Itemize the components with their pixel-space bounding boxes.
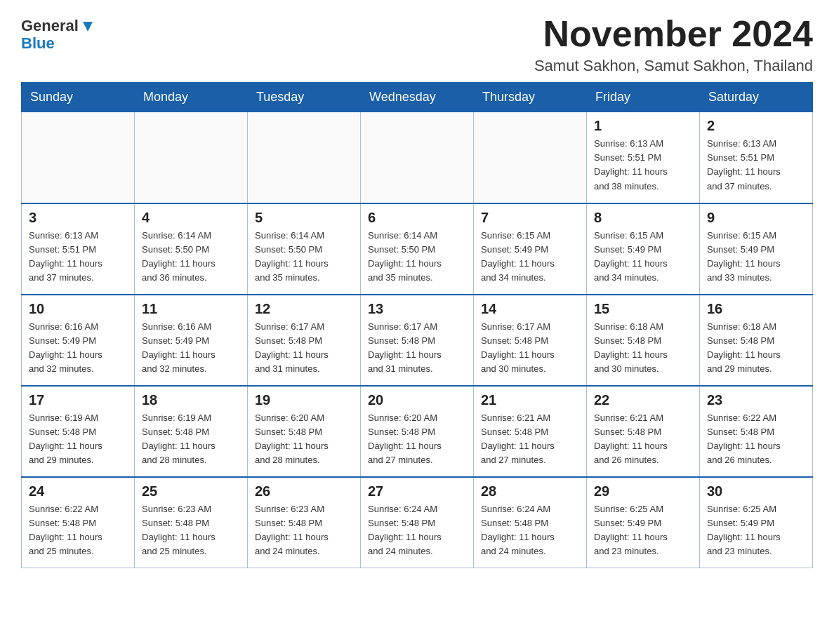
- day-header-thursday: Thursday: [474, 83, 587, 112]
- calendar-cell: 24Sunrise: 6:22 AMSunset: 5:48 PMDayligh…: [22, 477, 135, 568]
- calendar-cell: 30Sunrise: 6:25 AMSunset: 5:49 PMDayligh…: [700, 477, 813, 568]
- day-number: 9: [707, 210, 805, 226]
- calendar-table: SundayMondayTuesdayWednesdayThursdayFrid…: [21, 82, 813, 568]
- calendar-cell: 25Sunrise: 6:23 AMSunset: 5:48 PMDayligh…: [135, 477, 248, 568]
- calendar-cell: 27Sunrise: 6:24 AMSunset: 5:48 PMDayligh…: [361, 477, 474, 568]
- day-number: 30: [707, 483, 805, 499]
- day-header-saturday: Saturday: [700, 83, 813, 112]
- calendar-cell: 11Sunrise: 6:16 AMSunset: 5:49 PMDayligh…: [135, 295, 248, 386]
- day-number: 26: [255, 483, 353, 499]
- calendar-cell: 6Sunrise: 6:14 AMSunset: 5:50 PMDaylight…: [361, 203, 474, 295]
- day-info: Sunrise: 6:13 AMSunset: 5:51 PMDaylight:…: [29, 229, 127, 286]
- day-number: 16: [707, 301, 805, 317]
- day-info: Sunrise: 6:20 AMSunset: 5:48 PMDaylight:…: [368, 411, 466, 468]
- calendar-cell: 12Sunrise: 6:17 AMSunset: 5:48 PMDayligh…: [248, 295, 361, 386]
- calendar-cell: 20Sunrise: 6:20 AMSunset: 5:48 PMDayligh…: [361, 386, 474, 477]
- calendar-cell: 7Sunrise: 6:15 AMSunset: 5:49 PMDaylight…: [474, 203, 587, 295]
- calendar-cell: 4Sunrise: 6:14 AMSunset: 5:50 PMDaylight…: [135, 203, 248, 295]
- week-row-4: 17Sunrise: 6:19 AMSunset: 5:48 PMDayligh…: [22, 386, 813, 477]
- day-number: 13: [368, 301, 466, 317]
- day-number: 10: [29, 301, 127, 317]
- day-info: Sunrise: 6:14 AMSunset: 5:50 PMDaylight:…: [368, 229, 466, 286]
- day-number: 11: [142, 301, 240, 317]
- day-number: 21: [481, 392, 579, 408]
- calendar-cell: 2Sunrise: 6:13 AMSunset: 5:51 PMDaylight…: [700, 112, 813, 203]
- day-info: Sunrise: 6:14 AMSunset: 5:50 PMDaylight:…: [255, 229, 353, 286]
- calendar-cell: 10Sunrise: 6:16 AMSunset: 5:49 PMDayligh…: [22, 295, 135, 386]
- calendar-cell: 13Sunrise: 6:17 AMSunset: 5:48 PMDayligh…: [361, 295, 474, 386]
- page-header: General Blue November 2024 Samut Sakhon,…: [21, 14, 813, 75]
- calendar-cell: [135, 112, 248, 203]
- calendar-cell: 8Sunrise: 6:15 AMSunset: 5:49 PMDaylight…: [587, 203, 700, 295]
- day-info: Sunrise: 6:18 AMSunset: 5:48 PMDaylight:…: [707, 320, 805, 377]
- day-info: Sunrise: 6:20 AMSunset: 5:48 PMDaylight:…: [255, 411, 353, 468]
- svg-marker-0: [83, 22, 93, 32]
- day-number: 29: [594, 483, 692, 499]
- day-number: 15: [594, 301, 692, 317]
- calendar-cell: 9Sunrise: 6:15 AMSunset: 5:49 PMDaylight…: [700, 203, 813, 295]
- calendar-cell: 3Sunrise: 6:13 AMSunset: 5:51 PMDaylight…: [22, 203, 135, 295]
- calendar-cell: 22Sunrise: 6:21 AMSunset: 5:48 PMDayligh…: [587, 386, 700, 477]
- day-info: Sunrise: 6:17 AMSunset: 5:48 PMDaylight:…: [368, 320, 466, 377]
- week-row-3: 10Sunrise: 6:16 AMSunset: 5:49 PMDayligh…: [22, 295, 813, 386]
- day-number: 2: [707, 118, 805, 134]
- calendar-cell: 1Sunrise: 6:13 AMSunset: 5:51 PMDaylight…: [587, 112, 700, 203]
- day-number: 12: [255, 301, 353, 317]
- calendar-cell: [361, 112, 474, 203]
- calendar-cell: 15Sunrise: 6:18 AMSunset: 5:48 PMDayligh…: [587, 295, 700, 386]
- day-number: 1: [594, 118, 692, 134]
- day-number: 8: [594, 210, 692, 226]
- day-number: 19: [255, 392, 353, 408]
- logo: General Blue: [21, 18, 95, 53]
- day-info: Sunrise: 6:19 AMSunset: 5:48 PMDaylight:…: [142, 411, 240, 468]
- day-info: Sunrise: 6:22 AMSunset: 5:48 PMDaylight:…: [29, 502, 127, 559]
- logo-blue: Blue: [21, 34, 55, 52]
- day-info: Sunrise: 6:23 AMSunset: 5:48 PMDaylight:…: [142, 502, 240, 559]
- day-info: Sunrise: 6:17 AMSunset: 5:48 PMDaylight:…: [255, 320, 353, 377]
- day-header-sunday: Sunday: [22, 83, 135, 112]
- day-info: Sunrise: 6:16 AMSunset: 5:49 PMDaylight:…: [142, 320, 240, 377]
- calendar-cell: [22, 112, 135, 203]
- day-number: 6: [368, 210, 466, 226]
- calendar-cell: 26Sunrise: 6:23 AMSunset: 5:48 PMDayligh…: [248, 477, 361, 568]
- day-number: 18: [142, 392, 240, 408]
- day-info: Sunrise: 6:25 AMSunset: 5:49 PMDaylight:…: [707, 502, 805, 559]
- logo-general: General: [21, 18, 79, 34]
- day-number: 23: [707, 392, 805, 408]
- day-number: 17: [29, 392, 127, 408]
- month-title: November 2024: [534, 14, 813, 54]
- calendar-cell: 29Sunrise: 6:25 AMSunset: 5:49 PMDayligh…: [587, 477, 700, 568]
- location-title: Samut Sakhon, Samut Sakhon, Thailand: [534, 57, 813, 75]
- calendar-cell: 23Sunrise: 6:22 AMSunset: 5:48 PMDayligh…: [700, 386, 813, 477]
- calendar-cell: 17Sunrise: 6:19 AMSunset: 5:48 PMDayligh…: [22, 386, 135, 477]
- day-number: 3: [29, 210, 127, 226]
- day-info: Sunrise: 6:23 AMSunset: 5:48 PMDaylight:…: [255, 502, 353, 559]
- calendar-cell: 21Sunrise: 6:21 AMSunset: 5:48 PMDayligh…: [474, 386, 587, 477]
- day-info: Sunrise: 6:14 AMSunset: 5:50 PMDaylight:…: [142, 229, 240, 286]
- day-info: Sunrise: 6:17 AMSunset: 5:48 PMDaylight:…: [481, 320, 579, 377]
- week-row-5: 24Sunrise: 6:22 AMSunset: 5:48 PMDayligh…: [22, 477, 813, 568]
- calendar-cell: 14Sunrise: 6:17 AMSunset: 5:48 PMDayligh…: [474, 295, 587, 386]
- day-header-tuesday: Tuesday: [248, 83, 361, 112]
- day-info: Sunrise: 6:24 AMSunset: 5:48 PMDaylight:…: [368, 502, 466, 559]
- day-number: 4: [142, 210, 240, 226]
- day-header-monday: Monday: [135, 83, 248, 112]
- day-info: Sunrise: 6:15 AMSunset: 5:49 PMDaylight:…: [481, 229, 579, 286]
- logo-arrow-icon: [80, 19, 95, 34]
- day-header-wednesday: Wednesday: [361, 83, 474, 112]
- calendar-cell: 28Sunrise: 6:24 AMSunset: 5:48 PMDayligh…: [474, 477, 587, 568]
- day-number: 5: [255, 210, 353, 226]
- calendar-cell: 16Sunrise: 6:18 AMSunset: 5:48 PMDayligh…: [700, 295, 813, 386]
- day-number: 27: [368, 483, 466, 499]
- day-header-friday: Friday: [587, 83, 700, 112]
- day-number: 24: [29, 483, 127, 499]
- day-info: Sunrise: 6:18 AMSunset: 5:48 PMDaylight:…: [594, 320, 692, 377]
- day-info: Sunrise: 6:24 AMSunset: 5:48 PMDaylight:…: [481, 502, 579, 559]
- calendar-cell: 18Sunrise: 6:19 AMSunset: 5:48 PMDayligh…: [135, 386, 248, 477]
- day-info: Sunrise: 6:22 AMSunset: 5:48 PMDaylight:…: [707, 411, 805, 468]
- day-number: 7: [481, 210, 579, 226]
- day-info: Sunrise: 6:15 AMSunset: 5:49 PMDaylight:…: [707, 229, 805, 286]
- day-info: Sunrise: 6:21 AMSunset: 5:48 PMDaylight:…: [481, 411, 579, 468]
- calendar-cell: 19Sunrise: 6:20 AMSunset: 5:48 PMDayligh…: [248, 386, 361, 477]
- week-row-2: 3Sunrise: 6:13 AMSunset: 5:51 PMDaylight…: [22, 203, 813, 295]
